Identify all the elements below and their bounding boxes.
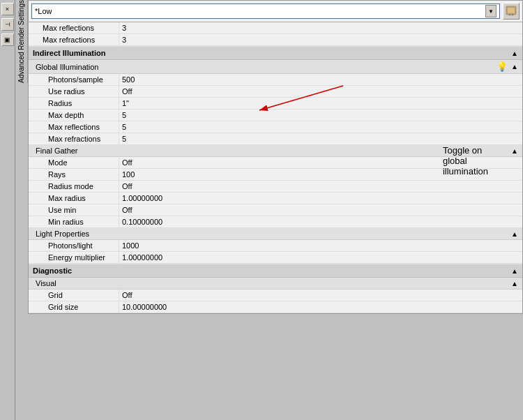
prop-value: 1" <box>119 98 522 109</box>
prop-label: Max refractions <box>29 34 119 45</box>
prop-value: 10.00000000 <box>119 301 522 313</box>
panel-content[interactable]: Max reflections 3 Max refractions 3 Indi… <box>29 22 522 313</box>
side-tab-label: Advanced Render Settings <box>17 0 25 83</box>
diagnostic-label: Diagnostic <box>33 267 72 275</box>
prop-value: 100 <box>119 169 522 180</box>
diagnostic-header[interactable]: Diagnostic ▲ <box>29 264 522 278</box>
subsection-collapse-arrow: ▲ <box>511 147 518 155</box>
table-row: Max radius 1.00000000 <box>29 193 522 204</box>
prop-value: 5 <box>119 110 522 121</box>
subsection-collapse-arrow: ▲ <box>511 280 518 287</box>
table-row: Radius 1" <box>29 98 522 110</box>
section-collapse-arrow: ▲ <box>511 50 518 57</box>
top-bar: *Low ▼ <box>29 1 522 22</box>
prop-value: 3 <box>119 34 522 45</box>
table-row: Max depth 5 <box>29 110 522 121</box>
table-row: Mode Off <box>29 157 522 169</box>
prop-label: Max reflections <box>29 22 119 33</box>
light-properties-header[interactable]: Light Properties ▲ <box>29 228 522 240</box>
table-row: Max refractions 3 <box>29 34 522 46</box>
close-button[interactable]: × <box>1 3 14 15</box>
prop-label: Max radius <box>29 193 119 204</box>
visual-label: Visual <box>36 279 56 287</box>
section-collapse-arrow: ▲ <box>511 267 518 275</box>
prop-value: 500 <box>119 74 522 85</box>
subsection-collapse-arrow: ▲ <box>511 230 518 238</box>
visual-rows: Grid Off Grid size 10.00000000 <box>29 290 522 313</box>
basic-section: Max reflections 3 Max refractions 3 <box>29 22 522 46</box>
final-gather-label: Final Gather <box>36 147 78 155</box>
prop-value: Off <box>119 86 522 97</box>
light-properties-rows: Photons/light 1000 Energy multiplier 1.0… <box>29 240 522 264</box>
table-row: Energy multiplier 1.00000000 <box>29 252 522 264</box>
table-row: Use radius Off <box>29 86 522 98</box>
prop-label: Grid size <box>29 301 119 313</box>
prop-label: Radius <box>29 98 119 109</box>
prop-label: Photons/sample <box>29 74 119 85</box>
table-row: Radius mode Off <box>29 181 522 193</box>
panel-button[interactable]: ▣ <box>1 33 14 46</box>
visual-header[interactable]: Visual ▲ <box>29 278 522 290</box>
final-gather-header[interactable]: Final Gather ▲ <box>29 145 522 157</box>
table-row: Min radius 0.10000000 <box>29 216 522 228</box>
table-row: Grid Off <box>29 290 522 301</box>
prop-label: Max refractions <box>29 133 119 144</box>
prop-label: Use min <box>29 204 119 216</box>
prop-value: 5 <box>119 133 522 144</box>
prop-value: 1.00000000 <box>119 193 522 204</box>
dock-button[interactable]: ⊣ <box>1 18 14 31</box>
prop-label: Grid <box>29 290 119 301</box>
global-illumination-label: Global Illumination <box>36 63 99 71</box>
svg-point-3 <box>512 14 514 16</box>
global-illumination-header[interactable]: Global Illumination 💡 ▲ <box>29 60 522 74</box>
prop-label: Min radius <box>29 216 119 227</box>
prop-value: 3 <box>119 22 522 33</box>
side-tab: Advanced Render Settings <box>15 0 28 83</box>
render-icon-button[interactable] <box>503 3 520 20</box>
prop-label: Photons/light <box>29 240 119 251</box>
prop-value: Off <box>119 157 522 168</box>
bulb-icon[interactable]: 💡 <box>497 61 508 72</box>
prop-label: Mode <box>29 157 119 168</box>
global-illumination-rows: Photons/sample 500 Use radius Off Radius… <box>29 74 522 145</box>
table-row: Grid size 10.00000000 <box>29 301 522 313</box>
table-row: Rays 100 <box>29 169 522 181</box>
table-row: Use min Off <box>29 204 522 216</box>
prop-label: Use radius <box>29 86 119 97</box>
prop-label: Energy multiplier <box>29 252 119 263</box>
preset-dropdown[interactable]: *Low ▼ <box>31 3 500 19</box>
prop-value: Off <box>119 204 522 216</box>
prop-value: 5 <box>119 121 522 133</box>
prop-value: Off <box>119 290 522 301</box>
table-row: Photons/light 1000 <box>29 240 522 252</box>
prop-label: Max depth <box>29 110 119 121</box>
prop-label: Max reflections <box>29 121 119 133</box>
svg-point-2 <box>509 14 511 16</box>
table-row: Max reflections 3 <box>29 22 522 34</box>
indirect-illumination-header[interactable]: Indirect Illumination ▲ <box>29 46 522 60</box>
light-properties-label: Light Properties <box>36 230 89 238</box>
prop-value: 0.10000000 <box>119 216 522 227</box>
prop-label: Radius mode <box>29 181 119 192</box>
main-panel: *Low ▼ Max reflections 3 <box>28 0 523 314</box>
dropdown-arrow[interactable]: ▼ <box>485 5 497 17</box>
svg-rect-1 <box>508 8 515 13</box>
table-row: Photons/sample 500 <box>29 74 522 86</box>
prop-value: 1.00000000 <box>119 252 522 263</box>
left-toolbar: × ⊣ ▣ <box>0 0 15 420</box>
prop-label: Rays <box>29 169 119 180</box>
table-row: Max refractions 5 <box>29 133 522 145</box>
prop-value: Off <box>119 181 522 192</box>
indirect-illumination-label: Indirect Illumination <box>33 49 106 57</box>
prop-value: 1000 <box>119 240 522 251</box>
preset-value: *Low <box>35 7 52 15</box>
final-gather-rows: Mode Off Rays 100 Radius mode Off Max ra… <box>29 157 522 228</box>
table-row: Max reflections 5 <box>29 121 522 133</box>
subsection-collapse-arrow: ▲ <box>511 63 518 70</box>
